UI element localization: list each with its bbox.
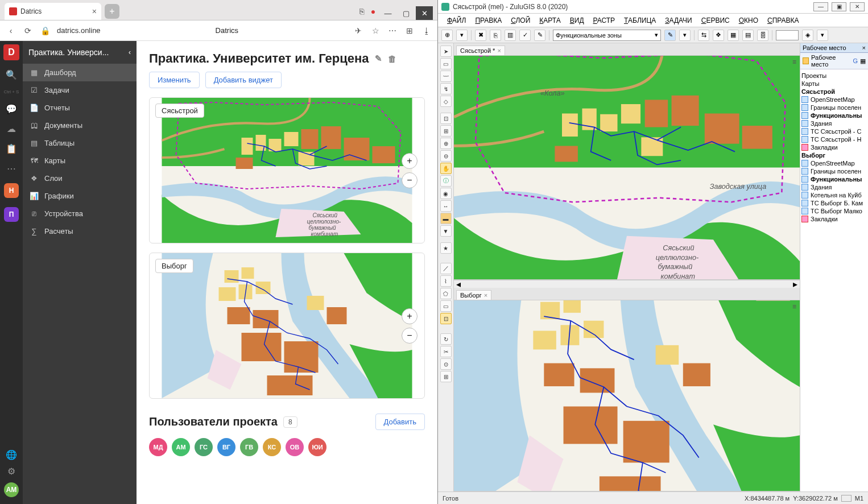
sidebar-item-maps[interactable]: 🗺Карты bbox=[23, 152, 137, 170]
toolbar-db-icon[interactable]: 🗄 bbox=[757, 30, 768, 41]
download-icon[interactable]: ⭳ bbox=[421, 26, 432, 36]
bookmark-icon[interactable]: ☆ bbox=[370, 26, 381, 36]
new-tab-button[interactable]: + bbox=[105, 4, 119, 19]
close-button[interactable]: ✕ bbox=[416, 6, 433, 20]
toolbar-edit-icon[interactable]: ✎ bbox=[534, 30, 545, 41]
zoom-in-button[interactable]: + bbox=[402, 153, 418, 169]
menu-view[interactable]: ВИД bbox=[567, 15, 588, 26]
tree-item[interactable]: Котельня на Куйб bbox=[801, 191, 867, 199]
tool-zoomsel-icon[interactable]: ⊞ bbox=[440, 125, 452, 137]
tool-snap2-icon[interactable]: ⊙ bbox=[440, 358, 452, 370]
avatar[interactable]: ГВ bbox=[240, 438, 258, 456]
tree-item[interactable]: Закладки bbox=[801, 215, 867, 223]
maximize-button[interactable]: ▢ bbox=[398, 6, 415, 20]
delete-icon[interactable]: 🗑 bbox=[388, 54, 396, 64]
tool-zoomin-icon[interactable]: ⊕ bbox=[440, 138, 452, 149]
menu-window[interactable]: ОКНО bbox=[735, 15, 762, 26]
menu-map[interactable]: КАРТА bbox=[536, 15, 564, 26]
tree-item[interactable]: Границы поселен bbox=[801, 167, 867, 175]
tool-pointer-icon[interactable]: ➤ bbox=[440, 46, 452, 57]
tree-section[interactable]: Проекты bbox=[801, 72, 867, 80]
tool-identify-icon[interactable]: ◉ bbox=[440, 188, 452, 199]
app-logo[interactable]: D bbox=[3, 44, 19, 60]
cloud-icon[interactable]: ☁ bbox=[7, 123, 16, 134]
tool-grid-icon[interactable]: ⊞ bbox=[440, 371, 452, 382]
toolbar-layers-icon[interactable]: ❖ bbox=[713, 30, 724, 41]
toolbar-table-icon[interactable]: ▤ bbox=[742, 30, 754, 41]
avatar[interactable]: ГС bbox=[195, 438, 213, 456]
tree-item[interactable]: Выборг bbox=[801, 151, 867, 159]
edit-button[interactable]: Изменить bbox=[149, 72, 200, 88]
toolbar-pencil-icon[interactable]: ✎ bbox=[664, 30, 676, 41]
menu-raster[interactable]: РАСТР bbox=[590, 15, 619, 26]
toolbar-field[interactable] bbox=[776, 30, 799, 40]
tree-item[interactable]: OpenStreetMap bbox=[801, 159, 867, 167]
search-icon[interactable]: 🔍 bbox=[6, 69, 17, 80]
tree-item[interactable]: ТС Сясьстрой - С bbox=[801, 127, 867, 135]
tool-marker-icon[interactable]: ▼ bbox=[440, 225, 452, 237]
back-icon[interactable]: ‹ bbox=[6, 26, 16, 36]
map-options-icon[interactable]: ≡ bbox=[792, 303, 796, 311]
send-icon[interactable]: ✈ bbox=[353, 26, 363, 36]
close-button[interactable]: ✕ bbox=[850, 2, 865, 11]
extension-icon[interactable]: ⊞ bbox=[404, 26, 415, 36]
maximize-button[interactable]: ▣ bbox=[832, 2, 846, 11]
globe-icon[interactable]: 🌐 bbox=[6, 449, 17, 460]
tool-trim-icon[interactable]: ✂ bbox=[440, 346, 452, 357]
user-avatar[interactable]: АМ bbox=[4, 482, 19, 497]
menu-layer[interactable]: СЛОЙ bbox=[507, 15, 534, 26]
map-view-vyborg[interactable]: 41K-207 ≡ bbox=[454, 300, 800, 491]
menu-edit[interactable]: ПРАВКА bbox=[472, 15, 505, 26]
menu-table[interactable]: ТАБЛИЦА bbox=[621, 15, 659, 26]
map-tab-syasstroy[interactable]: Сясьстрой * × bbox=[456, 46, 505, 55]
tab-close-icon[interactable]: × bbox=[484, 292, 487, 299]
layers-icon[interactable]: ▦ bbox=[860, 57, 866, 65]
toolbar-chev-icon[interactable]: ▾ bbox=[456, 30, 468, 41]
toolbar-link-icon[interactable]: ⇆ bbox=[698, 30, 709, 41]
globe-icon[interactable]: G bbox=[853, 57, 858, 64]
map-options-icon[interactable]: ≡ bbox=[792, 58, 796, 66]
menu-service[interactable]: СЕРВИС bbox=[698, 15, 733, 26]
toolbar-chev-icon[interactable]: ▾ bbox=[679, 30, 691, 41]
map-tab-vyborg[interactable]: Выборг × bbox=[456, 290, 491, 300]
sidebar-item-layers[interactable]: ❖Слои bbox=[23, 170, 137, 187]
horizontal-scrollbar[interactable]: ◂▸ bbox=[454, 280, 800, 288]
toolbar-new-icon[interactable]: ⊕ bbox=[441, 30, 453, 41]
avatar[interactable]: КС bbox=[263, 438, 281, 456]
tree-item[interactable]: Границы поселен bbox=[801, 104, 867, 111]
tree-item[interactable]: OpenStreetMap bbox=[801, 96, 867, 104]
more-icon[interactable]: ⋯ bbox=[7, 163, 16, 174]
tree-item[interactable]: ТС Выборг Маяко bbox=[801, 207, 867, 215]
sidebar-item-charts[interactable]: 📊Графики bbox=[23, 187, 137, 205]
sidebar-item-devices[interactable]: ⎚Устройства bbox=[23, 205, 137, 222]
reader-icon[interactable]: ⎘ bbox=[357, 6, 367, 16]
zoom-out-button[interactable]: − bbox=[402, 328, 418, 344]
minimize-button[interactable]: — bbox=[379, 6, 396, 20]
sidebar-item-calculations[interactable]: ∑Расчеты bbox=[23, 222, 137, 240]
tool-node-icon[interactable]: ◇ bbox=[440, 96, 452, 107]
chat-icon[interactable]: 💬 bbox=[6, 104, 17, 114]
zoom-out-button[interactable]: − bbox=[402, 172, 418, 188]
sidebar-header[interactable]: Практика. Универси... ‹ bbox=[23, 41, 137, 64]
toolbar-del-icon[interactable]: ✖ bbox=[475, 30, 486, 41]
add-widget-button[interactable]: Добавить виджет bbox=[205, 72, 282, 88]
sidebar-item-documents[interactable]: 🕮Документы bbox=[23, 117, 137, 134]
tool-area-icon[interactable]: ▬ bbox=[440, 213, 452, 224]
panel-close-icon[interactable]: × bbox=[862, 44, 866, 51]
avatar[interactable]: ЮИ bbox=[308, 438, 326, 456]
tool-polyline-icon[interactable]: ⌇ bbox=[440, 275, 452, 287]
tab-close-icon[interactable]: × bbox=[92, 7, 97, 16]
chevron-left-icon[interactable]: ‹ bbox=[129, 48, 131, 56]
tree-item[interactable]: ТС Выборг Б. Кам bbox=[801, 199, 867, 207]
tool-snap-icon[interactable]: ⊡ bbox=[440, 313, 452, 324]
map-view-syasstroy[interactable]: «Кола» Заводская улица Сясьский целлюлоз… bbox=[454, 56, 800, 280]
avatar[interactable]: АМ bbox=[172, 438, 190, 456]
sidebar-item-dashboard[interactable]: ▦Дашборд bbox=[23, 64, 137, 81]
tool-select-icon[interactable]: ▭ bbox=[440, 58, 452, 69]
tool-zoomout-icon[interactable]: ⊖ bbox=[440, 150, 452, 162]
toolbar-grid-icon[interactable]: ▦ bbox=[728, 30, 739, 41]
settings-icon[interactable]: ⚙ bbox=[7, 466, 15, 477]
tool-rect-icon[interactable]: ▭ bbox=[440, 300, 452, 312]
menu-tasks[interactable]: ЗАДАЧИ bbox=[662, 15, 695, 26]
add-user-button[interactable]: Добавить bbox=[375, 414, 425, 430]
